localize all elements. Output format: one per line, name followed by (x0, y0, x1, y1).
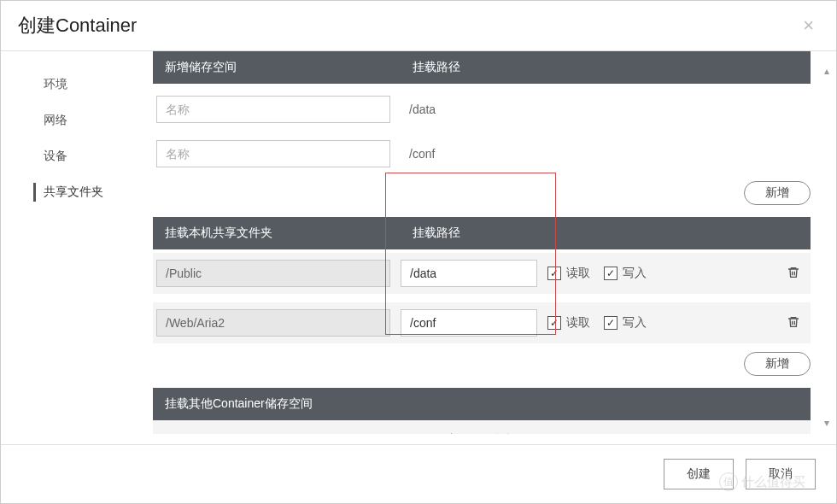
shared-header-col2: 挂载路径 (413, 226, 799, 241)
storage-button-row: 新增 (153, 173, 811, 217)
write-checkbox[interactable]: 写入 (604, 266, 647, 281)
content-panel: ▴ ▾ 新增储存空间 挂载路径 /data /conf 新增 挂载本机共享 (143, 51, 836, 434)
storage-row: /conf (153, 135, 811, 173)
modal-body: 环境 网络 设备 共享文件夹 ▴ ▾ 新增储存空间 挂载路径 /data /co… (1, 51, 836, 434)
read-label: 读取 (566, 266, 590, 281)
sidebar-item-shared-folder[interactable]: 共享文件夹 (1, 174, 143, 210)
add-storage-button[interactable]: 新增 (744, 181, 811, 205)
sidebar: 环境 网络 设备 共享文件夹 (1, 51, 143, 434)
add-shared-button[interactable]: 新增 (744, 352, 811, 376)
sidebar-item-label: 共享文件夹 (44, 185, 103, 198)
sidebar-item-label: 设备 (44, 149, 67, 162)
write-checkbox[interactable]: 写入 (604, 315, 647, 331)
other-header-text: 挂载其他Container储存空间 (165, 396, 413, 412)
read-checkbox[interactable]: 读取 (547, 315, 590, 331)
create-button[interactable]: 创建 (664, 459, 734, 489)
shared-path-input[interactable] (401, 309, 537, 337)
shared-button-row: 新增 (153, 343, 811, 388)
read-checkbox[interactable]: 读取 (547, 266, 590, 281)
storage-name-input[interactable] (156, 96, 390, 123)
sidebar-item-environment[interactable]: 环境 (1, 67, 143, 103)
storage-row: /data (153, 91, 811, 128)
sidebar-item-label: 网络 (44, 113, 67, 126)
scroll-down-icon[interactable]: ▾ (821, 417, 833, 429)
modal-title: 创建Container (18, 13, 137, 38)
other-section-header: 挂载其他Container储存空间 (153, 388, 811, 420)
close-icon[interactable]: × (798, 15, 819, 37)
trash-icon[interactable] (787, 268, 800, 282)
checkbox-icon (604, 267, 618, 280)
scroll-up-icon[interactable]: ▴ (821, 65, 833, 77)
storage-path-text: /data (401, 103, 547, 116)
sidebar-item-label: 环境 (44, 77, 67, 91)
write-label: 写入 (623, 315, 647, 331)
shared-header-col1: 挂载本机共享文件夹 (165, 226, 413, 241)
storage-header-col2: 挂载路径 (413, 60, 799, 75)
checkbox-icon (547, 267, 561, 280)
shared-folder-input[interactable] (156, 309, 390, 337)
modal-header: 创建Container × (1, 1, 836, 51)
sidebar-item-network[interactable]: 网络 (1, 103, 143, 138)
write-label: 写入 (623, 266, 647, 281)
storage-header-col1: 新增储存空间 (165, 60, 413, 75)
shared-row: 读取 写入 (153, 253, 811, 294)
cancel-button[interactable]: 取消 (746, 459, 816, 489)
no-data-text: 尚无任何数据 (153, 420, 811, 434)
sidebar-item-device[interactable]: 设备 (1, 138, 143, 174)
checkbox-icon (604, 316, 618, 330)
shared-row: 读取 写入 (153, 302, 811, 343)
trash-icon[interactable] (787, 318, 800, 331)
shared-section-header: 挂载本机共享文件夹 挂载路径 (153, 217, 811, 249)
shared-folder-input[interactable] (156, 260, 390, 287)
create-container-modal: 创建Container × 环境 网络 设备 共享文件夹 ▴ ▾ 新增储存空间 … (0, 0, 837, 504)
modal-footer: 创建 取消 (1, 444, 836, 503)
read-label: 读取 (566, 315, 590, 331)
storage-path-text: /conf (401, 147, 547, 161)
storage-name-input[interactable] (156, 140, 390, 167)
checkbox-icon (547, 316, 561, 330)
shared-path-input[interactable] (401, 260, 537, 287)
storage-section-header: 新增储存空间 挂载路径 (153, 51, 811, 84)
